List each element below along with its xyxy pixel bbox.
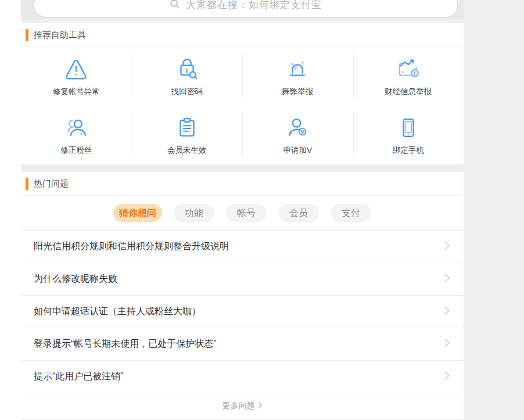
tool-label: 舞弊举报 xyxy=(282,87,313,97)
warning-triangle-icon xyxy=(63,56,89,82)
content-column: 大家都在搜：如何绑定支付宝 推荐自助工具 xyxy=(21,0,464,419)
tool-label: 绑定手机 xyxy=(393,145,424,156)
tool-item-apply-v[interactable]: 申请加V xyxy=(242,106,353,164)
left-gutter xyxy=(0,0,21,420)
chevron-right-icon xyxy=(444,306,450,318)
chevron-right-icon xyxy=(444,338,450,350)
tool-item-fraud-report[interactable]: 舞弊举报 xyxy=(242,47,353,106)
tool-label: 修正粉丝 xyxy=(60,145,92,156)
hot-section-header: 热门问题 xyxy=(21,172,464,196)
lock-search-icon xyxy=(174,56,200,82)
more-questions-label: 更多问题 xyxy=(222,401,255,411)
tab-features[interactable]: 功能 xyxy=(174,204,214,222)
question-row[interactable]: 登录提示“帐号长期未使用，已处于保护状态” xyxy=(21,328,464,361)
orange-accent-bar xyxy=(26,29,28,41)
tab-guess-you-ask[interactable]: 猜你想问 xyxy=(113,204,162,222)
chevron-right-icon xyxy=(444,240,450,253)
question-tabs: 猜你想问 功能 帐号 会员 支付 xyxy=(21,196,464,231)
tool-label: 会员未生效 xyxy=(167,145,207,156)
tool-item-bind-phone[interactable]: 绑定手机 xyxy=(353,106,464,164)
search-bar-area: 大家都在搜：如何绑定支付宝 xyxy=(21,0,464,19)
hot-section-title: 热门问题 xyxy=(34,178,69,189)
tools-section-header: 推荐自助工具 xyxy=(21,23,464,47)
chevron-right-icon xyxy=(444,371,450,383)
more-questions-button[interactable]: 更多问题 xyxy=(21,393,464,419)
tool-label: 财经信息举报 xyxy=(385,87,432,97)
tab-account[interactable]: 帐号 xyxy=(226,204,267,222)
question-row[interactable]: 提示“此用户已被注销” xyxy=(21,361,464,393)
tool-item-finance-report[interactable]: 财经信息举报 xyxy=(353,47,464,106)
tools-card: 推荐自助工具 修复帐号异常 xyxy=(21,23,464,164)
question-row[interactable]: 为什么修改昵称失败 xyxy=(21,263,464,296)
question-row[interactable]: 如何申请超话认证（主持人或粉丝大咖） xyxy=(21,296,464,328)
question-text: 如何申请超话认证（主持人或粉丝大咖） xyxy=(34,306,444,318)
user-v-icon xyxy=(284,114,311,141)
tool-label: 申请加V xyxy=(283,145,312,156)
finance-chart-icon xyxy=(395,56,422,82)
orange-accent-bar xyxy=(26,178,28,190)
question-text: 提示“此用户已被注销” xyxy=(34,371,444,383)
search-placeholder: 大家都在搜：如何绑定支付宝 xyxy=(186,0,322,12)
tool-item-membership-inactive[interactable]: 会员未生效 xyxy=(132,106,243,164)
search-input[interactable]: 大家都在搜：如何绑定支付宝 xyxy=(34,0,458,17)
help-center-page: 大家都在搜：如何绑定支付宝 推荐自助工具 xyxy=(0,0,524,420)
search-icon xyxy=(170,0,180,12)
tool-item-retrieve-password[interactable]: 找回密码 xyxy=(132,47,243,106)
chevron-right-small-icon xyxy=(258,401,263,411)
siren-icon xyxy=(284,56,311,82)
section-gap xyxy=(21,19,464,23)
tools-section-title: 推荐自助工具 xyxy=(34,30,86,41)
clipboard-icon xyxy=(174,114,200,141)
phone-icon xyxy=(395,114,422,141)
question-text: 阳光信用积分规则和信用积分规则整合升级说明 xyxy=(34,240,444,253)
tab-membership[interactable]: 会员 xyxy=(278,204,319,222)
tab-payment[interactable]: 支付 xyxy=(331,204,371,222)
tools-grid: 修复帐号异常 找回密码 xyxy=(21,47,464,164)
tool-item-fix-fans[interactable]: 修正粉丝 xyxy=(21,106,132,164)
tool-label: 修复帐号异常 xyxy=(53,87,100,97)
chevron-right-icon xyxy=(444,273,450,285)
question-list: 阳光信用积分规则和信用积分规则整合升级说明 为什么修改昵称失败 如何申请超话认证… xyxy=(21,231,464,393)
question-row[interactable]: 阳光信用积分规则和信用积分规则整合升级说明 xyxy=(21,231,464,263)
users-icon xyxy=(63,114,89,141)
tool-label: 找回密码 xyxy=(171,87,203,97)
question-text: 为什么修改昵称失败 xyxy=(34,273,444,285)
question-text: 登录提示“帐号长期未使用，已处于保护状态” xyxy=(34,338,444,350)
tool-item-fix-account[interactable]: 修复帐号异常 xyxy=(21,47,132,106)
hot-questions-card: 热门问题 猜你想问 功能 帐号 会员 支付 阳光信用积分规则和信用积分规则整合升… xyxy=(21,172,464,419)
